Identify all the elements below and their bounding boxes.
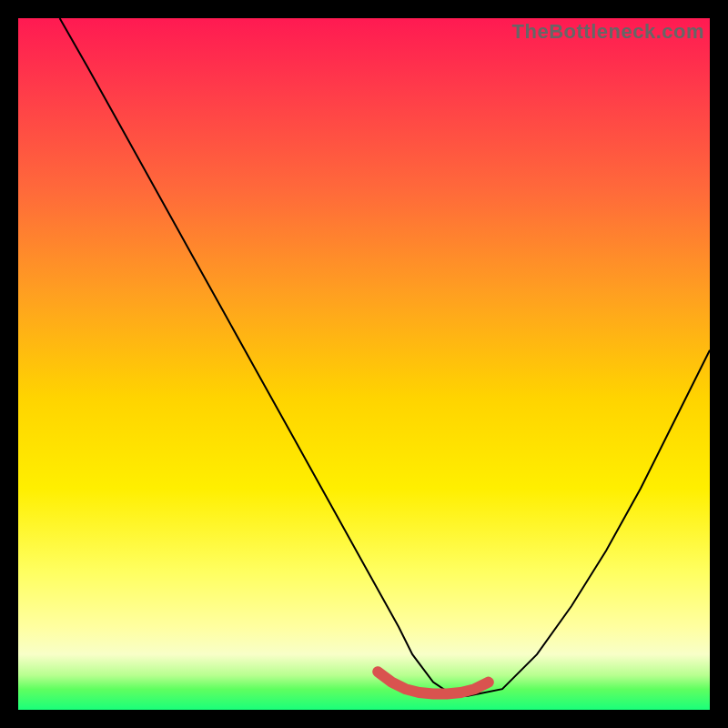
chart-container: TheBottleneck.com (0, 0, 728, 728)
curve-svg (18, 18, 710, 710)
main-curve-path (60, 18, 710, 696)
plot-area: TheBottleneck.com (18, 18, 710, 710)
